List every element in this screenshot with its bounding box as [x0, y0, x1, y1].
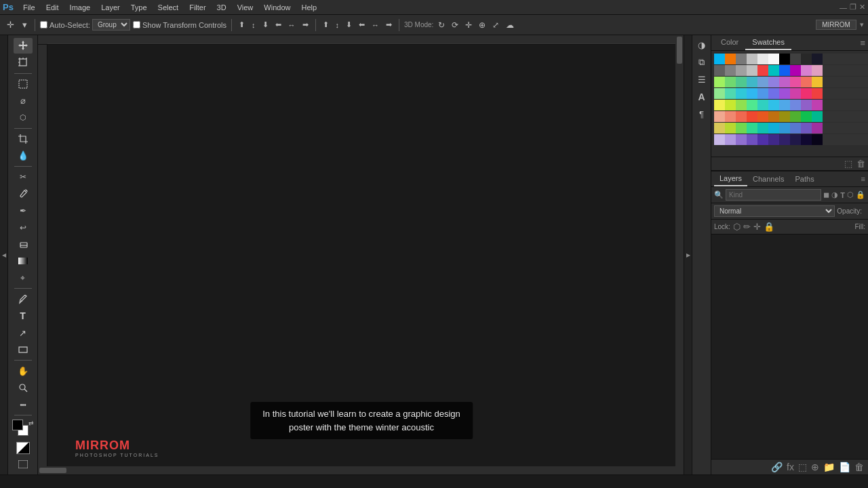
swatch-1-4[interactable]: [757, 65, 768, 76]
menu-edit[interactable]: Edit: [41, 2, 64, 13]
extra-tools[interactable]: •••: [14, 397, 33, 413]
swatch-1-3[interactable]: [747, 65, 757, 76]
swatch-4-3[interactable]: [747, 100, 757, 110]
filter-text-icon[interactable]: T: [840, 191, 845, 199]
swatch-6-0[interactable]: [714, 123, 725, 134]
restore-button[interactable]: ❐: [850, 3, 856, 12]
eyedropper-tool[interactable]: 💧: [14, 148, 33, 163]
shape-tool[interactable]: [14, 342, 33, 358]
swatch-2-5[interactable]: [768, 77, 779, 87]
3d-rotate-icon[interactable]: ↻: [436, 19, 447, 31]
layers-panel-menu[interactable]: ≡: [861, 175, 865, 183]
swatch-0-2[interactable]: [736, 54, 747, 64]
transform-controls-checkbox[interactable]: [133, 21, 140, 28]
swatch-4-2[interactable]: [736, 100, 747, 110]
new-fill-adjustment-icon[interactable]: ⊕: [811, 462, 819, 472]
lock-position-icon[interactable]: ✛: [753, 222, 761, 232]
lock-all-icon[interactable]: 🔒: [764, 222, 774, 232]
swatch-0-4[interactable]: [757, 54, 768, 64]
menu-filter[interactable]: Filter: [184, 2, 211, 13]
new-group-icon[interactable]: 📁: [823, 462, 835, 472]
menu-select[interactable]: Select: [153, 2, 184, 13]
swatch-4-8[interactable]: [801, 100, 812, 110]
quick-select-tool[interactable]: ⬡: [14, 110, 33, 125]
swatch-6-7[interactable]: [790, 123, 801, 134]
crop-tool[interactable]: [14, 131, 33, 147]
3d-pan-icon[interactable]: ✛: [463, 19, 474, 31]
swatch-3-5[interactable]: [768, 88, 779, 99]
brush-tool[interactable]: [14, 186, 33, 202]
color-wheel-icon[interactable]: ◑: [696, 38, 707, 52]
swatch-7-9[interactable]: [812, 134, 823, 145]
move-tool-dropdown[interactable]: ▾: [20, 18, 30, 31]
swatch-3-7[interactable]: [790, 88, 801, 99]
3d-slide-icon[interactable]: ⊕: [477, 19, 488, 31]
menu-image[interactable]: Image: [64, 2, 96, 13]
vertical-scrollbar[interactable]: [675, 35, 684, 466]
left-panel-collapse[interactable]: ◀: [0, 35, 8, 474]
eraser-tool[interactable]: [14, 237, 33, 252]
swatch-1-0[interactable]: [714, 65, 725, 76]
move-tool[interactable]: [14, 38, 33, 54]
swatch-2-9[interactable]: [812, 77, 823, 87]
swatch-4-7[interactable]: [790, 100, 801, 110]
filter-smart-icon[interactable]: 🔒: [856, 190, 865, 199]
swatch-5-0[interactable]: [714, 111, 725, 122]
menu-view[interactable]: View: [232, 2, 259, 13]
filter-shape-icon[interactable]: ⬡: [847, 190, 854, 199]
swatch-6-1[interactable]: [725, 123, 736, 134]
swatch-0-0[interactable]: [714, 54, 725, 64]
canvas-workspace[interactable]: In this tutorial we'll learn to create a…: [47, 45, 675, 466]
swatch-2-3[interactable]: [747, 77, 757, 87]
swatch-2-6[interactable]: [779, 77, 790, 87]
swatch-7-4[interactable]: [757, 134, 768, 145]
swatch-5-3[interactable]: [747, 111, 757, 122]
swatch-1-2[interactable]: [736, 65, 747, 76]
swatch-6-2[interactable]: [736, 123, 747, 134]
align-horizontal-centers-icon[interactable]: ↔: [286, 20, 298, 30]
blur-tool[interactable]: ⌖: [14, 270, 33, 286]
adjustments-icon[interactable]: ⧉: [696, 55, 707, 70]
swatch-3-0[interactable]: [714, 88, 725, 99]
swatch-0-3[interactable]: [747, 54, 757, 64]
tab-color[interactable]: Color: [714, 35, 745, 50]
paragraph-icon[interactable]: ¶: [697, 107, 706, 121]
align-left-edges-icon[interactable]: ⬅: [273, 19, 283, 30]
menu-file[interactable]: File: [18, 2, 41, 13]
distribute-left-edges-icon[interactable]: ⬅: [357, 19, 367, 30]
swatch-5-8[interactable]: [801, 111, 812, 122]
menu-type[interactable]: Type: [125, 2, 153, 13]
swatch-1-7[interactable]: [790, 65, 801, 76]
swatch-6-3[interactable]: [747, 123, 757, 134]
swatch-4-5[interactable]: [768, 100, 779, 110]
link-layers-icon[interactable]: 🔗: [771, 462, 783, 472]
swatch-0-7[interactable]: [790, 54, 801, 64]
swatch-3-9[interactable]: [812, 88, 823, 99]
tab-channels[interactable]: Channels: [747, 172, 789, 186]
swatch-6-4[interactable]: [757, 123, 768, 134]
swatch-7-5[interactable]: [768, 134, 779, 145]
distribute-top-edges-icon[interactable]: ⬆: [321, 19, 331, 30]
swatch-4-9[interactable]: [812, 100, 823, 110]
swatch-2-4[interactable]: [757, 77, 768, 87]
fx-icon[interactable]: fx: [787, 462, 794, 472]
type-icon[interactable]: A: [696, 89, 707, 104]
healing-brush-tool[interactable]: ✂: [14, 169, 33, 185]
lock-transparent-icon[interactable]: ⬡: [733, 222, 741, 232]
tab-layers[interactable]: Layers: [714, 171, 747, 186]
swatch-6-9[interactable]: [812, 123, 823, 134]
align-vertical-centers-icon[interactable]: ↕: [250, 20, 258, 30]
swatch-1-1[interactable]: [725, 65, 736, 76]
menu-window[interactable]: Window: [258, 2, 296, 13]
swatch-3-1[interactable]: [725, 88, 736, 99]
filter-type-icon[interactable]: ◼: [823, 190, 829, 199]
swatch-7-0[interactable]: [714, 134, 725, 145]
swatch-3-4[interactable]: [757, 88, 768, 99]
swatch-3-3[interactable]: [747, 88, 757, 99]
swatch-0-5[interactable]: [768, 54, 779, 64]
change-screen-mode[interactable]: [14, 456, 33, 472]
swatch-4-1[interactable]: [725, 100, 736, 110]
swatch-4-0[interactable]: [714, 100, 725, 110]
swatch-7-3[interactable]: [747, 134, 757, 145]
canvas-area[interactable]: In this tutorial we'll learn to create a…: [38, 35, 684, 474]
